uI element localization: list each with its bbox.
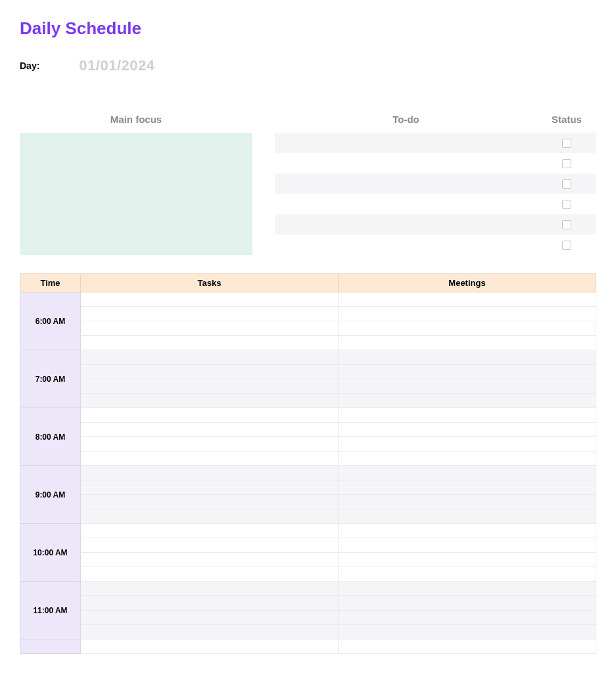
task-cell[interactable] bbox=[81, 611, 339, 625]
meeting-cell[interactable] bbox=[339, 524, 596, 538]
schedule-row bbox=[20, 639, 596, 654]
schedule-row bbox=[20, 336, 596, 350]
checkbox-icon[interactable] bbox=[562, 241, 571, 250]
task-cell[interactable] bbox=[81, 509, 339, 524]
schedule-row bbox=[20, 495, 596, 509]
schedule-row: 8:00 AM bbox=[20, 408, 596, 423]
time-col-header: Time bbox=[20, 274, 81, 292]
schedule-row bbox=[20, 437, 596, 452]
meeting-cell[interactable] bbox=[339, 292, 596, 307]
schedule-row bbox=[20, 394, 596, 408]
main-focus-input[interactable] bbox=[20, 133, 252, 255]
meeting-cell[interactable] bbox=[339, 408, 596, 423]
meeting-cell[interactable] bbox=[339, 452, 596, 466]
meeting-cell[interactable] bbox=[339, 553, 596, 567]
task-cell[interactable] bbox=[81, 379, 339, 394]
time-cell bbox=[20, 639, 81, 654]
schedule-row bbox=[20, 596, 596, 611]
schedule-row: 7:00 AM bbox=[20, 350, 596, 365]
meeting-cell[interactable] bbox=[339, 639, 596, 654]
task-cell[interactable] bbox=[81, 625, 339, 639]
schedule-row bbox=[20, 321, 596, 336]
meeting-cell[interactable] bbox=[339, 611, 596, 625]
checkbox-icon[interactable] bbox=[562, 139, 571, 148]
task-cell[interactable] bbox=[81, 336, 339, 350]
schedule-row bbox=[20, 625, 596, 639]
task-cell[interactable] bbox=[81, 437, 339, 452]
task-cell[interactable] bbox=[81, 596, 339, 611]
meeting-cell[interactable] bbox=[339, 480, 596, 495]
todo-status-cell bbox=[537, 179, 596, 189]
day-row: Day: 01/01/2024 bbox=[20, 57, 596, 74]
todo-header: To-do bbox=[275, 114, 537, 125]
day-date-input[interactable]: 01/01/2024 bbox=[79, 57, 154, 74]
schedule-row: 6:00 AM bbox=[20, 292, 596, 307]
meeting-cell[interactable] bbox=[339, 379, 596, 394]
task-cell[interactable] bbox=[81, 553, 339, 567]
time-cell: 9:00 AM bbox=[20, 466, 81, 524]
todo-column: To-do Status bbox=[275, 114, 596, 255]
task-cell[interactable] bbox=[81, 408, 339, 423]
todo-status-cell bbox=[537, 241, 596, 250]
todo-status-cell bbox=[537, 139, 596, 148]
task-cell[interactable] bbox=[81, 350, 339, 365]
main-focus-header: Main focus bbox=[20, 114, 252, 125]
task-cell[interactable] bbox=[81, 495, 339, 509]
meeting-cell[interactable] bbox=[339, 625, 596, 639]
todo-status-cell bbox=[537, 159, 596, 168]
meeting-cell[interactable] bbox=[339, 596, 596, 611]
task-cell[interactable] bbox=[81, 538, 339, 553]
task-cell[interactable] bbox=[81, 480, 339, 495]
meeting-cell[interactable] bbox=[339, 365, 596, 379]
schedule-row bbox=[20, 365, 596, 379]
meeting-cell[interactable] bbox=[339, 394, 596, 408]
task-cell[interactable] bbox=[81, 423, 339, 437]
schedule-row: 11:00 AM bbox=[20, 582, 596, 596]
task-cell[interactable] bbox=[81, 365, 339, 379]
day-label: Day: bbox=[20, 60, 39, 71]
schedule-table: Time Tasks Meetings 6:00 AM7:00 AM8:00 A… bbox=[20, 273, 596, 654]
task-cell[interactable] bbox=[81, 452, 339, 466]
todo-row bbox=[275, 174, 596, 194]
schedule-row bbox=[20, 423, 596, 437]
meetings-col-header: Meetings bbox=[339, 274, 596, 292]
task-cell[interactable] bbox=[81, 639, 339, 654]
time-cell: 8:00 AM bbox=[20, 408, 81, 466]
meeting-cell[interactable] bbox=[339, 321, 596, 336]
meeting-cell[interactable] bbox=[339, 567, 596, 582]
meeting-cell[interactable] bbox=[339, 336, 596, 350]
schedule-row bbox=[20, 611, 596, 625]
schedule-row: 9:00 AM bbox=[20, 466, 596, 480]
task-cell[interactable] bbox=[81, 466, 339, 480]
checkbox-icon[interactable] bbox=[562, 200, 571, 209]
status-header: Status bbox=[537, 114, 596, 125]
meeting-cell[interactable] bbox=[339, 582, 596, 596]
task-cell[interactable] bbox=[81, 524, 339, 538]
task-cell[interactable] bbox=[81, 307, 339, 321]
schedule-row bbox=[20, 567, 596, 582]
checkbox-icon[interactable] bbox=[562, 179, 571, 189]
time-cell: 11:00 AM bbox=[20, 582, 81, 639]
schedule-row bbox=[20, 379, 596, 394]
todo-row bbox=[275, 235, 596, 255]
meeting-cell[interactable] bbox=[339, 307, 596, 321]
task-cell[interactable] bbox=[81, 292, 339, 307]
meeting-cell[interactable] bbox=[339, 538, 596, 553]
todo-row bbox=[275, 153, 596, 174]
meeting-cell[interactable] bbox=[339, 495, 596, 509]
task-cell[interactable] bbox=[81, 394, 339, 408]
task-cell[interactable] bbox=[81, 567, 339, 582]
meeting-cell[interactable] bbox=[339, 509, 596, 524]
meeting-cell[interactable] bbox=[339, 350, 596, 365]
task-cell[interactable] bbox=[81, 582, 339, 596]
task-cell[interactable] bbox=[81, 321, 339, 336]
checkbox-icon[interactable] bbox=[562, 159, 571, 168]
todo-status-cell bbox=[537, 200, 596, 209]
schedule-row: 10:00 AM bbox=[20, 524, 596, 538]
checkbox-icon[interactable] bbox=[562, 220, 571, 229]
schedule-row bbox=[20, 509, 596, 524]
meeting-cell[interactable] bbox=[339, 423, 596, 437]
meeting-cell[interactable] bbox=[339, 466, 596, 480]
top-columns: Main focus To-do Status bbox=[20, 114, 596, 255]
meeting-cell[interactable] bbox=[339, 437, 596, 452]
